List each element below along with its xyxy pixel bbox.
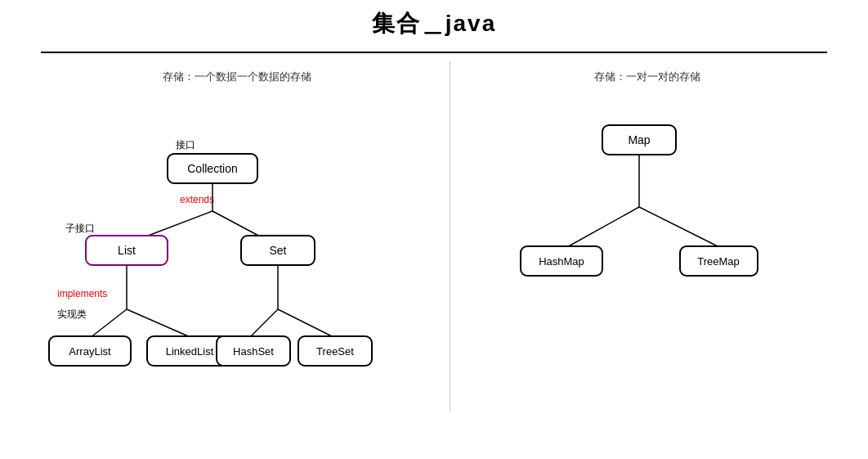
- treemap-node: TreeMap: [697, 255, 740, 268]
- interface-annotation: 接口: [176, 139, 195, 151]
- right-section-label: 存储：一对一对的存储: [467, 70, 827, 84]
- svg-line-18: [566, 207, 639, 248]
- arraylist-node: ArrayList: [69, 345, 111, 358]
- left-section-label: 存储：一个数据一个数据的存储: [41, 70, 433, 84]
- hashset-node: HashSet: [233, 345, 274, 358]
- page-title: 集合＿java: [16, 8, 852, 39]
- list-node: List: [118, 244, 136, 257]
- page: 集合＿java 存储：一个数据一个数据的存储 接口 Collection ext…: [0, 0, 868, 459]
- left-diagram: 接口 Collection extends 子接口 List: [41, 101, 433, 403]
- left-section: 存储：一个数据一个数据的存储 接口 Collection extends 子接口: [25, 61, 450, 412]
- svg-line-13: [278, 309, 335, 338]
- svg-line-8: [127, 309, 192, 338]
- hashmap-node: HashMap: [539, 255, 584, 268]
- sub-interface-annotation: 子接口: [65, 223, 95, 234]
- impl-class-annotation: 实现类: [57, 308, 87, 320]
- treeset-node: TreeSet: [316, 345, 354, 358]
- svg-line-12: [249, 309, 278, 338]
- svg-line-19: [639, 207, 721, 248]
- linkedlist-node: LinkedList: [166, 345, 214, 358]
- right-diagram: Map HashMap TreeMap: [492, 101, 803, 330]
- extends-annotation: extends: [180, 194, 214, 205]
- set-node: Set: [269, 244, 286, 257]
- map-node: Map: [628, 133, 650, 146]
- main-content: 存储：一个数据一个数据的存储 接口 Collection extends 子接口: [16, 61, 852, 412]
- collection-node: Collection: [187, 162, 237, 175]
- right-section: 存储：一对一对的存储 Map HashMap TreeMap: [450, 61, 843, 412]
- implements-annotation: implements: [57, 288, 107, 299]
- svg-line-7: [90, 309, 127, 338]
- top-divider: [41, 52, 827, 53]
